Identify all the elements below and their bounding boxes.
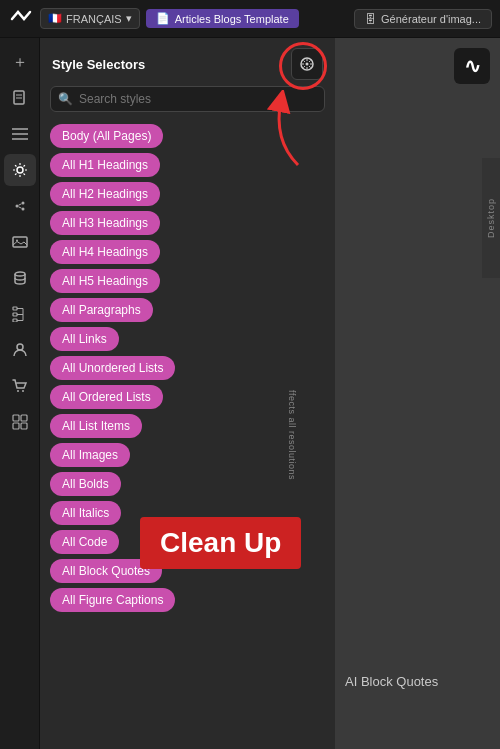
sidebar-icon-cart[interactable]: [4, 370, 36, 402]
tab-active-label: Articles Blogs Template: [175, 13, 289, 25]
svg-point-6: [17, 167, 23, 173]
svg-line-11: [18, 207, 21, 208]
svg-point-14: [15, 272, 25, 276]
svg-point-24: [22, 390, 24, 392]
svg-rect-12: [13, 237, 27, 247]
svg-rect-15: [13, 307, 17, 310]
svg-rect-26: [21, 415, 27, 421]
search-input[interactable]: [50, 86, 325, 112]
svg-rect-17: [13, 319, 17, 322]
svg-point-22: [17, 344, 23, 350]
search-wrapper: 🔍: [50, 86, 325, 112]
selector-ordered[interactable]: All Ordered Lists: [50, 385, 163, 409]
panel-title: Style Selectors: [52, 57, 145, 72]
selector-links[interactable]: All Links: [50, 327, 119, 351]
selector-paragraphs[interactable]: All Paragraphs: [50, 298, 153, 322]
sidebar-icon-hierarchy[interactable]: [4, 298, 36, 330]
desktop-stripe: Desktop: [482, 158, 500, 278]
selector-code[interactable]: All Code: [50, 530, 119, 554]
wix-mark-symbol: ∿: [464, 54, 481, 78]
svg-point-7: [15, 205, 18, 208]
panel-header: Style Selectors: [40, 38, 335, 86]
selector-h2[interactable]: All H2 Headings: [50, 182, 160, 206]
selectors-list: ffects all resolutions Body (All Pages) …: [40, 120, 335, 749]
svg-line-10: [18, 204, 21, 205]
selector-bolds[interactable]: All Bolds: [50, 472, 121, 496]
svg-rect-25: [13, 415, 19, 421]
lang-label: FRANÇAIS: [66, 13, 122, 25]
sidebar-icon-styles[interactable]: [4, 154, 36, 186]
flag-icon: 🇫🇷: [48, 12, 62, 25]
right-area: ∿ Desktop AI Block Quotes: [335, 38, 500, 749]
sidebar-icon-add[interactable]: ＋: [4, 46, 36, 78]
tab-secondary-label: Générateur d'imag...: [381, 13, 481, 25]
svg-point-23: [17, 390, 19, 392]
chevron-down-icon: ▾: [126, 12, 132, 25]
selector-h4[interactable]: All H4 Headings: [50, 240, 160, 264]
top-bar: 🇫🇷 FRANÇAIS ▾ 📄 Articles Blogs Template …: [0, 0, 500, 38]
selector-unordered[interactable]: All Unordered Lists: [50, 356, 175, 380]
tab-articles-blogs[interactable]: 📄 Articles Blogs Template: [146, 9, 299, 28]
sidebar-icon-image[interactable]: [4, 226, 36, 258]
wix-logo-mark: ∿: [454, 48, 490, 84]
sidebar-icon-components[interactable]: [4, 406, 36, 438]
selector-images[interactable]: All Images: [50, 443, 130, 467]
selector-body[interactable]: Body (All Pages): [50, 124, 163, 148]
svg-rect-16: [13, 313, 17, 316]
search-container: 🔍: [40, 86, 335, 120]
doc-icon: 📄: [156, 12, 170, 25]
rotated-label: ffects all resolutions: [287, 390, 297, 480]
sidebar-icon-database[interactable]: [4, 262, 36, 294]
clean-icon-button[interactable]: [291, 48, 323, 80]
svg-point-9: [21, 208, 24, 211]
icon-sidebar: ＋: [0, 38, 40, 749]
language-selector[interactable]: 🇫🇷 FRANÇAIS ▾: [40, 8, 140, 29]
selector-italics[interactable]: All Italics: [50, 501, 121, 525]
selector-h1[interactable]: All H1 Headings: [50, 153, 160, 177]
svg-rect-27: [13, 423, 19, 429]
selector-captions[interactable]: All Figure Captions: [50, 588, 175, 612]
selector-h5[interactable]: All H5 Headings: [50, 269, 160, 293]
bottom-text-item: AI Block Quotes: [345, 674, 438, 689]
main-layout: ＋: [0, 38, 500, 749]
wix-logo: [8, 6, 34, 32]
db-icon: 🗄: [365, 13, 376, 25]
svg-rect-28: [21, 423, 27, 429]
style-panel: Style Selectors 🔍: [40, 38, 335, 749]
svg-point-8: [21, 202, 24, 205]
selector-h3[interactable]: All H3 Headings: [50, 211, 160, 235]
sidebar-icon-pages[interactable]: [4, 82, 36, 114]
selector-list-items[interactable]: All List Items: [50, 414, 142, 438]
tab-generator[interactable]: 🗄 Générateur d'imag...: [354, 9, 492, 29]
sidebar-icon-media[interactable]: [4, 190, 36, 222]
search-icon: 🔍: [58, 92, 73, 106]
desktop-label: Desktop: [486, 198, 496, 238]
svg-point-29: [306, 63, 309, 66]
selector-blockquotes[interactable]: All Block Quotes: [50, 559, 162, 583]
sidebar-icon-user[interactable]: [4, 334, 36, 366]
sidebar-icon-menu[interactable]: [4, 118, 36, 150]
